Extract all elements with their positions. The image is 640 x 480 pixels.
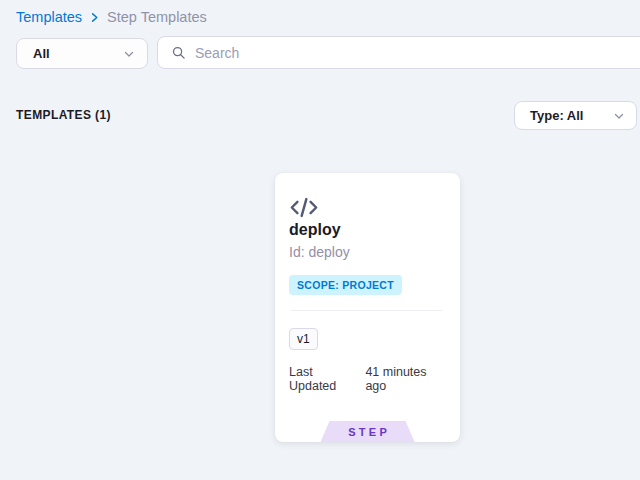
scope-badge: SCOPE: PROJECT xyxy=(289,275,402,295)
version-chip: v1 xyxy=(289,328,318,350)
template-title: deploy xyxy=(289,221,444,239)
breadcrumb: Templates Step Templates xyxy=(16,9,207,25)
template-card-deploy[interactable]: deploy Id: deploy SCOPE: PROJECT v1 Last… xyxy=(275,173,460,442)
last-updated-value: 41 minutes ago xyxy=(365,365,444,393)
templates-count-title: TEMPLATES (1) xyxy=(16,108,111,122)
last-updated-row: Last Updated 41 minutes ago xyxy=(289,365,444,393)
scope-filter-value: All xyxy=(33,46,50,61)
chevron-down-icon xyxy=(123,48,135,60)
card-divider xyxy=(291,310,442,311)
breadcrumb-link-templates[interactable]: Templates xyxy=(16,9,82,25)
breadcrumb-current: Step Templates xyxy=(107,9,207,25)
chevron-right-icon xyxy=(89,12,100,23)
scope-filter-dropdown[interactable]: All xyxy=(16,38,148,69)
type-filter-dropdown[interactable]: Type: All xyxy=(514,101,637,130)
search-icon xyxy=(171,45,186,60)
search-input[interactable] xyxy=(195,45,638,61)
chevron-down-icon xyxy=(613,110,625,122)
code-icon xyxy=(289,194,444,221)
step-type-badge: STEP xyxy=(321,421,415,442)
template-identifier: Id: deploy xyxy=(289,244,444,260)
last-updated-label: Last Updated xyxy=(289,365,357,393)
type-filter-value: Type: All xyxy=(530,108,583,123)
search-box[interactable] xyxy=(157,36,640,69)
